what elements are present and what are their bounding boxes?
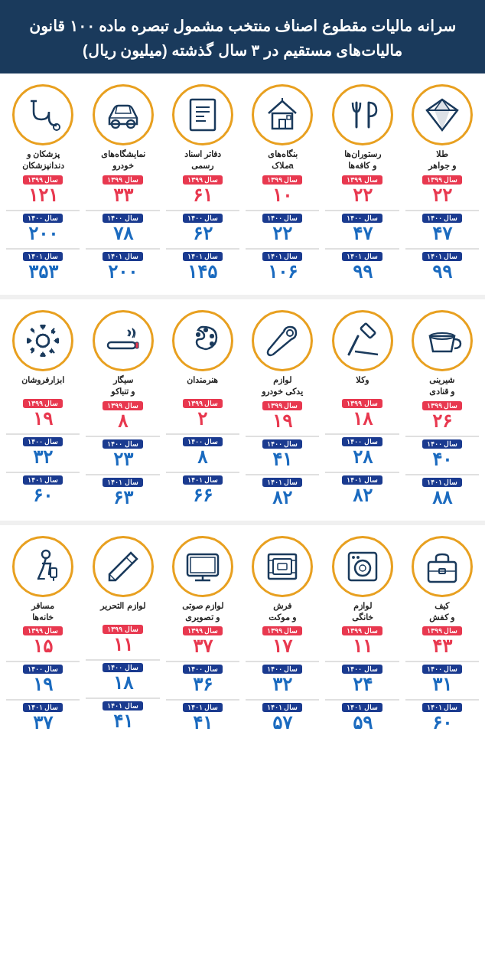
lawyer-year-y1399: سال ۱۳۹۹۱۸ — [325, 399, 399, 430]
candy-year-value-y1399: ۲۶ — [432, 412, 452, 430]
jewelry-year-badge-y1400: سال ۱۴۰۰ — [422, 214, 463, 223]
artist-year-badge-y1401: سال ۱۴۰۱ — [183, 475, 223, 485]
tobacco-year-y1400: سال ۱۴۰۰۲۳ — [86, 439, 159, 470]
realestate-year-y1400: سال ۱۴۰۰۲۲ — [246, 214, 319, 244]
card-candy: شیرینیو قنادیسال ۱۳۹۹۲۶سال ۱۴۰۰۴۰سال ۱۴۰… — [404, 307, 480, 513]
dentist-year-value-y1400: ۲۰۰ — [28, 224, 58, 243]
svg-point-41 — [356, 556, 360, 559]
tobacco-year-value-y1400: ۲۳ — [113, 450, 133, 469]
tobacco-year-y1399: سال ۱۳۹۹۸ — [86, 401, 159, 432]
svg-point-28 — [210, 334, 214, 338]
realestate-divider-1 — [246, 248, 319, 250]
artist-year-value-y1399: ۲ — [197, 410, 207, 428]
carshow-label: نمایشگاه‌هایخودرو — [101, 149, 145, 172]
tools-year-y1401: سال ۱۴۰۱۶۰ — [6, 475, 80, 506]
tools-divider-0 — [6, 433, 80, 435]
appliances-year-y1399: سال ۱۳۹۹۱۱ — [325, 626, 399, 657]
travel-icon — [12, 536, 73, 597]
realestate-divider-0 — [246, 210, 319, 211]
av-year-badge-y1401: سال ۱۴۰۱ — [183, 703, 223, 712]
travel-divider-0 — [6, 661, 80, 662]
carpet-year-value-y1399: ۱۷ — [272, 637, 292, 655]
autoparts-divider-1 — [246, 474, 319, 475]
tools-icon — [12, 310, 73, 371]
bags-year-badge-y1399: سال ۱۳۹۹ — [422, 626, 463, 635]
bags-icon — [412, 536, 473, 597]
card-bags: کیفو کفشسال ۱۳۹۹۴۳سال ۱۴۰۰۳۱سال ۱۴۰۱۶۰ — [404, 533, 480, 739]
card-stationery: لوازم التحریرسال ۱۳۹۹۱۱سال ۱۴۰۰۱۸سال ۱۴۰… — [84, 533, 161, 739]
dentist-year-value-y1399: ۱۲۱ — [28, 186, 58, 204]
tools-year-badge-y1401: سال ۱۴۰۱ — [23, 475, 63, 485]
av-year-value-y1401: ۴۱ — [193, 714, 213, 732]
card-dentist: پزشکان ودندانپزشکانسال ۱۳۹۹۱۲۱سال ۱۴۰۰۲۰… — [5, 81, 81, 287]
bags-divider-0 — [405, 661, 479, 662]
appliances-year-badge-y1399: سال ۱۳۹۹ — [342, 626, 382, 635]
bags-year-value-y1401: ۶۰ — [432, 714, 452, 732]
svg-line-24 — [355, 351, 378, 354]
jewelry-year-y1401: سال ۱۴۰۱۹۹ — [405, 252, 479, 283]
artist-year-y1399: سال ۱۳۹۹۲ — [166, 399, 239, 430]
card-carpet: فرشو موکتسال ۱۳۹۹۱۷سال ۱۴۰۰۳۲سال ۱۴۰۱۵۷ — [244, 533, 321, 739]
candy-year-value-y1401: ۸۸ — [432, 488, 452, 507]
candy-divider-1 — [405, 474, 479, 475]
lawyer-year-badge-y1400: سال ۱۴۰۰ — [342, 437, 382, 446]
jewelry-icon — [412, 84, 473, 145]
travel-year-y1399: سال ۱۳۹۹۱۵ — [6, 626, 80, 657]
autoparts-year-y1399: سال ۱۳۹۹۱۹ — [246, 401, 319, 432]
autoparts-year-y1401: سال ۱۴۰۱۸۲ — [246, 478, 319, 508]
realestate-year-value-y1399: ۱۰ — [272, 186, 292, 204]
notary-year-badge-y1399: سال ۱۳۹۹ — [183, 175, 223, 185]
realestate-year-badge-y1400: سال ۱۴۰۰ — [262, 214, 303, 223]
carshow-year-value-y1401: ۲۰۰ — [108, 263, 138, 281]
av-year-badge-y1399: سال ۱۳۹۹ — [183, 626, 223, 635]
candy-divider-0 — [405, 436, 479, 437]
header-line2: مالیات‌های مستقیم در ۳ سال گذشته (میلیون… — [15, 38, 470, 63]
artist-divider-0 — [166, 433, 239, 435]
carpet-icon — [252, 536, 313, 597]
stationery-icon — [93, 536, 154, 597]
artist-year-badge-y1400: سال ۱۴۰۰ — [183, 437, 223, 446]
bags-year-value-y1399: ۴۳ — [432, 637, 452, 655]
lawyer-icon — [332, 310, 393, 371]
tools-divider-1 — [6, 472, 80, 473]
carshow-year-y1401: سال ۱۴۰۱۲۰۰ — [86, 252, 159, 283]
dentist-label: پزشکان ودندانپزشکان — [22, 149, 64, 172]
svg-rect-11 — [190, 100, 215, 130]
carshow-year-value-y1399: ۳۳ — [113, 186, 133, 204]
candy-label: شیرینیو قنادی — [429, 374, 454, 398]
card-autoparts: لوازمیدکی خودروسال ۱۳۹۹۱۹سال ۱۴۰۰۴۱سال ۱… — [244, 307, 321, 513]
card-appliances: لوازمخانگیسال ۱۳۹۹۱۱سال ۱۴۰۰۲۴سال ۱۴۰۱۵۹ — [324, 533, 400, 739]
carpet-year-y1401: سال ۱۴۰۱۵۷ — [246, 703, 319, 733]
dentist-icon — [12, 84, 73, 145]
stationery-label: لوازم التحریر — [100, 600, 145, 622]
carpet-divider-1 — [246, 699, 319, 701]
bags-year-value-y1400: ۳۱ — [432, 675, 452, 694]
svg-point-38 — [355, 560, 370, 576]
svg-line-53 — [126, 557, 132, 564]
restaurant-icon — [332, 84, 393, 145]
lawyer-divider-1 — [325, 472, 399, 473]
carshow-year-y1399: سال ۱۳۹۹۳۳ — [86, 175, 159, 206]
appliances-year-y1401: سال ۱۴۰۱۵۹ — [325, 703, 399, 733]
av-year-value-y1400: ۳۶ — [193, 675, 213, 694]
notary-year-y1399: سال ۱۳۹۹۶۱ — [166, 175, 239, 206]
tools-year-value-y1399: ۱۹ — [33, 410, 53, 428]
restaurant-year-y1400: سال ۱۴۰۰۴۷ — [325, 214, 399, 244]
notary-year-y1400: سال ۱۴۰۰۶۲ — [166, 214, 239, 244]
card-restaurant: رستوران‌هاو کافه‌هاسال ۱۳۹۹۲۲سال ۱۴۰۰۴۷س… — [324, 81, 400, 287]
restaurant-year-badge-y1400: سال ۱۴۰۰ — [342, 214, 382, 223]
artist-year-badge-y1399: سال ۱۳۹۹ — [183, 399, 223, 408]
restaurant-year-value-y1401: ۹۹ — [353, 263, 373, 281]
lawyer-year-y1401: سال ۱۴۰۱۸۲ — [325, 475, 399, 506]
carshow-year-y1400: سال ۱۴۰۰۷۸ — [86, 214, 159, 244]
realestate-year-value-y1400: ۲۲ — [272, 224, 292, 243]
autoparts-year-value-y1400: ۴۱ — [272, 450, 292, 469]
tobacco-year-value-y1399: ۸ — [118, 412, 128, 430]
dentist-year-y1401: سال ۱۴۰۱۳۵۳ — [6, 252, 80, 283]
dentist-year-badge-y1400: سال ۱۴۰۰ — [23, 214, 63, 223]
card-realestate: بنگاه‌هایaملاکسال ۱۳۹۹۱۰سال ۱۴۰۰۲۲سال ۱۴… — [244, 81, 321, 287]
restaurant-label: رستوران‌هاو کافه‌ها — [344, 149, 381, 172]
realestate-label: بنگاه‌هایaملاک — [268, 149, 298, 172]
artist-year-value-y1400: ۸ — [197, 448, 207, 466]
svg-point-55 — [42, 550, 50, 558]
